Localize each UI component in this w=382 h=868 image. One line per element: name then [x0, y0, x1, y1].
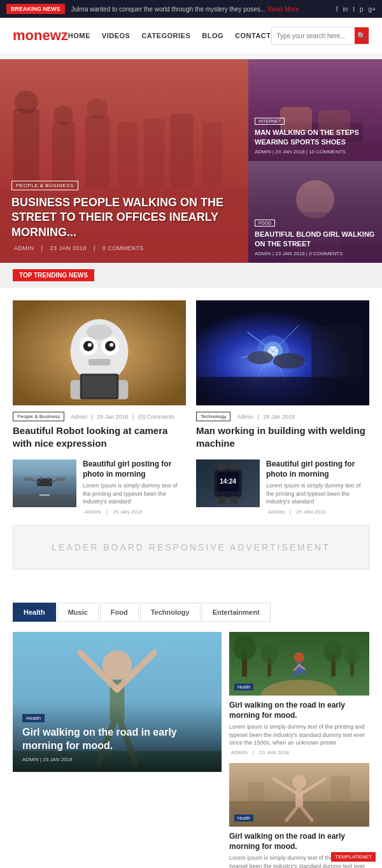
social-icons: f in t p g+ [336, 6, 376, 13]
hero-secondary-2-meta: Admin | 23 Jan 2018 | 0 Comments [255, 251, 376, 256]
svg-point-83 [260, 644, 278, 664]
category-tabs: Health Music Food Technology Entertainme… [0, 592, 382, 622]
nav-home[interactable]: Home [68, 32, 90, 39]
trending-section: People & Business Admin | 29 Jan 2018 | … [0, 288, 382, 592]
trending-watch-title: Beautiful girl posting for photo in morn… [266, 459, 369, 479]
nav-blog[interactable]: Blog [202, 32, 223, 39]
hero-section: People & Business Business People Walkin… [0, 59, 382, 263]
hero-main-meta: Admin | 23 Jan 2018 | 0 Comments [11, 245, 237, 251]
pinterest-icon[interactable]: p [360, 6, 364, 13]
category-cards-grid: Health Girl walking on the road in early… [0, 622, 382, 868]
hero-main-title: Business People Walking on the Street to… [11, 195, 237, 240]
main-nav: Home Videos Categories Blog Contact [68, 32, 271, 39]
trending-watch-image-wrap: 14:24 [196, 459, 260, 507]
trending-small-grid: Beautiful girl posting for photo in morn… [13, 459, 369, 515]
tab-food[interactable]: Food [100, 603, 139, 622]
cat-yoga-title: Girl walking on the road in early mornin… [22, 726, 212, 753]
trending-drone-image-wrap [13, 459, 76, 507]
trending-robot-image [13, 300, 186, 405]
hero-secondary-1-title: Man Walking on the Steps Wearing Sports … [255, 128, 376, 146]
hero-secondary-2-content: Food Beautiful Blond Girl Walking on the… [255, 216, 376, 256]
hero-secondary-1-content: Internet Man Walking on the Steps Wearin… [255, 114, 376, 155]
trending-card-watch[interactable]: 14:24 Beautiful girl posting for photo i… [196, 459, 369, 515]
breaking-text: Julma wanted to conquer the world throug… [71, 6, 330, 13]
trending-welding-title: Man working in building with welding mac… [196, 424, 369, 449]
trending-label: Top Trending News [13, 269, 94, 281]
svg-point-96 [292, 775, 306, 789]
search-input[interactable] [272, 32, 355, 39]
svg-rect-67 [230, 496, 238, 504]
search-button[interactable]: 🔍 [355, 27, 369, 45]
trending-drone-image [13, 459, 76, 507]
cat-stretch-image-wrap: Health [229, 763, 369, 827]
svg-rect-66 [218, 496, 225, 504]
svg-point-87 [344, 647, 360, 664]
hero-right-panel: Internet Man Walking on the Steps Wearin… [248, 59, 382, 263]
tab-technology[interactable]: Technology [140, 603, 201, 622]
trending-robot-tag: People & Business [13, 412, 64, 421]
hero-secondary-1-tag: Internet [255, 118, 285, 125]
hero-card-secondary-2[interactable]: Food Beautiful Blond Girl Walking on the… [248, 161, 382, 263]
facebook-icon[interactable]: f [336, 6, 338, 13]
cat-runner-image-wrap: Health [229, 632, 369, 696]
trending-watch-desc: Lorem Ipsum is simply dummy text of the … [266, 482, 369, 506]
twitter-icon[interactable]: t [353, 6, 355, 13]
cat-card-yoga[interactable]: Health Girl walking on the road in early… [13, 632, 222, 868]
hero-card-secondary-1[interactable]: Internet Man Walking on the Steps Wearin… [248, 59, 382, 161]
svg-rect-64 [218, 463, 225, 470]
googleplus-icon[interactable]: g+ [369, 6, 376, 13]
svg-rect-47 [196, 377, 369, 405]
hero-main-content: People & Business Business People Walkin… [11, 178, 237, 251]
svg-point-85 [323, 640, 343, 662]
breaking-label: Breaking News [6, 4, 65, 14]
svg-rect-33 [82, 375, 117, 397]
trending-robot-meta: People & Business Admin | 29 Jan 2018 | … [13, 412, 186, 421]
svg-point-56 [24, 477, 34, 481]
svg-point-88 [294, 652, 304, 662]
cat-card-runner[interactable]: Health Girl walking on the road in early… [229, 632, 369, 755]
cat-stretch-badge: Health [234, 815, 253, 822]
hero-secondary-2-tag: Food [255, 220, 275, 227]
svg-rect-52 [39, 477, 42, 480]
read-more-link[interactable]: Read More [267, 6, 299, 13]
trending-watch-image: 14:24 [196, 459, 260, 507]
cat-yoga-badge: Health [22, 714, 45, 722]
search-bar: 🔍 [271, 27, 369, 45]
trending-welding-tag: Technology [196, 412, 230, 421]
template-badge: TEMPLATENET [331, 852, 376, 862]
trending-card-drone[interactable]: Beautiful girl posting for photo in morn… [13, 459, 186, 515]
nav-contact[interactable]: Contact [235, 32, 271, 39]
tab-music[interactable]: Music [57, 603, 99, 622]
trending-robot-meta-text: Admin | 29 Jan 2018 | (0) Comments [69, 414, 176, 420]
cat-yoga-meta: Admin | 23 Jan 2018 [22, 757, 212, 762]
trending-card-robot[interactable]: People & Business Admin | 29 Jan 2018 | … [13, 300, 186, 449]
svg-point-57 [55, 477, 66, 481]
cat-runner-title: Girl walking on the road in early mornin… [229, 701, 369, 720]
hero-card-main[interactable]: People & Business Business People Walkin… [0, 59, 248, 263]
trending-drone-desc: Lorem Ipsum is simply dummy text of the … [83, 482, 186, 506]
trending-drone-content: Beautiful girl posting for photo in morn… [83, 459, 186, 515]
trending-card-welding[interactable]: Technology Admin | 29 Jan 2018 Man worki… [196, 300, 369, 449]
svg-rect-50 [39, 494, 50, 496]
cat-cards-right: Health Girl walking on the road in early… [229, 632, 369, 868]
svg-rect-65 [230, 463, 238, 470]
breaking-news-bar: Breaking News Julma wanted to conquer th… [0, 0, 382, 18]
nav-categories[interactable]: Categories [141, 32, 190, 39]
trending-welding-image [196, 300, 369, 405]
instagram-icon[interactable]: in [343, 6, 348, 13]
trending-robot-image-wrap [13, 300, 186, 405]
svg-point-44 [248, 351, 273, 364]
trending-welding-meta: Technology Admin | 29 Jan 2018 [196, 412, 369, 421]
svg-point-45 [273, 353, 305, 368]
tabs-row: Health Music Food Technology Entertainme… [13, 603, 369, 622]
svg-rect-103 [248, 782, 264, 808]
nav-videos[interactable]: Videos [102, 32, 131, 39]
site-logo[interactable]: monewz [13, 27, 68, 44]
trending-drone-title: Beautiful girl posting for photo in morn… [83, 459, 186, 479]
svg-rect-49 [13, 494, 76, 507]
svg-rect-58 [13, 459, 76, 475]
cat-yoga-overlay: Health Girl walking on the road in early… [13, 701, 222, 772]
svg-text:14:24: 14:24 [220, 478, 236, 485]
tab-entertainment[interactable]: Entertainment [202, 603, 271, 622]
tab-health[interactable]: Health [13, 603, 56, 622]
